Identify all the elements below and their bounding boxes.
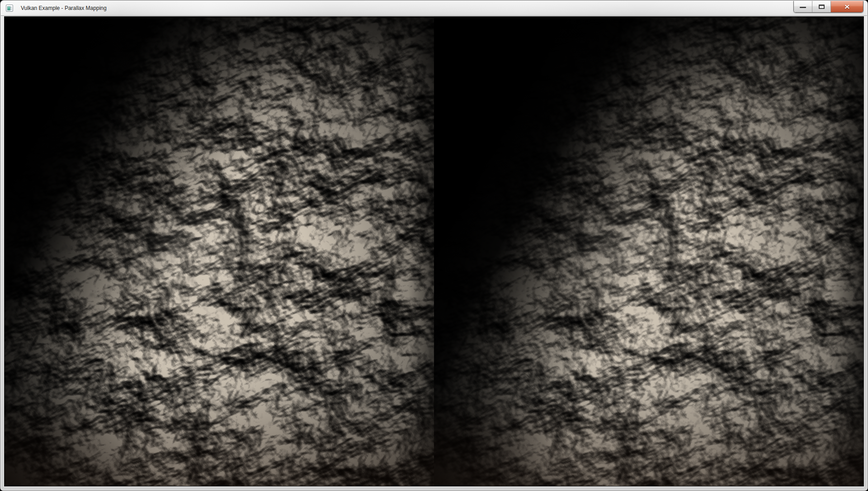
app-icon-art bbox=[10, 7, 12, 8]
titlebar[interactable]: Vulkan Example - Parallax Mapping ✕ bbox=[1, 1, 867, 16]
app-window: Vulkan Example - Parallax Mapping ✕ bbox=[0, 0, 868, 491]
close-button[interactable]: ✕ bbox=[831, 1, 863, 12]
render-area bbox=[4, 16, 864, 486]
app-icon[interactable] bbox=[6, 5, 13, 12]
minimize-button[interactable] bbox=[794, 1, 812, 12]
close-icon: ✕ bbox=[844, 4, 850, 10]
minimize-icon bbox=[800, 7, 806, 8]
app-icon-art bbox=[10, 9, 12, 10]
maximize-icon bbox=[819, 5, 825, 9]
rock-render-svg bbox=[434, 17, 863, 486]
rock-render-svg bbox=[5, 17, 434, 486]
render-viewport-right[interactable] bbox=[434, 17, 863, 486]
window-title: Vulkan Example - Parallax Mapping bbox=[21, 5, 107, 11]
maximize-button[interactable] bbox=[812, 1, 831, 12]
render-viewport-left[interactable] bbox=[5, 17, 434, 486]
window-controls: ✕ bbox=[793, 1, 863, 13]
app-icon-art bbox=[7, 6, 10, 10]
